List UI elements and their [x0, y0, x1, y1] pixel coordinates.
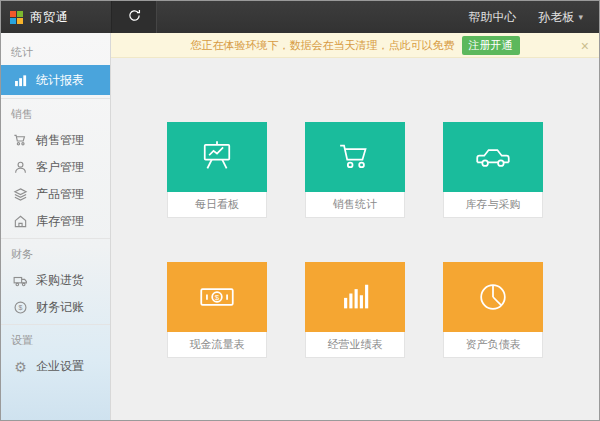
sidebar-item-customer-management[interactable]: 客户管理: [1, 154, 110, 181]
sidebar-item-label: 销售管理: [36, 132, 84, 149]
tile-daily-board[interactable]: 每日看板: [167, 122, 267, 218]
tile-face: [443, 262, 543, 332]
tile-cash-flow[interactable]: $ 现金流量表: [167, 262, 267, 358]
sidebar-section-stats: 统计 统计报表: [1, 37, 110, 95]
tile-row-finance: $ 现金流量表: [167, 262, 543, 358]
chevron-down-icon: ▾: [578, 12, 583, 22]
sidebar-section-settings: 设置 ⚙ 企业设置: [1, 324, 110, 380]
refresh-icon: [127, 8, 142, 27]
app-brand: 商贸通: [1, 1, 111, 33]
tile-label: 现金流量表: [167, 332, 267, 358]
sidebar-item-product-management[interactable]: 产品管理: [1, 181, 110, 208]
pie-chart-icon: [472, 276, 514, 318]
topbar: 商贸通 帮助中心 孙老板 ▾: [1, 1, 599, 33]
sidebar-item-stats-report[interactable]: 统计报表: [1, 65, 110, 95]
gear-icon: ⚙: [13, 359, 28, 374]
tile-inventory-purchasing[interactable]: 库存与采购: [443, 122, 543, 218]
user-name: 孙老板: [538, 9, 574, 26]
sidebar-section-header: 财务: [1, 239, 110, 267]
close-icon[interactable]: ×: [581, 33, 589, 58]
trial-banner: 您正在体验环境下，数据会在当天清理，点此可以免费 注册开通 ×: [111, 33, 599, 58]
tile-balance-sheet[interactable]: 资产负债表: [443, 262, 543, 358]
window-body: 统计 统计报表 销售: [1, 33, 599, 420]
dollar-icon: $: [13, 300, 28, 315]
sidebar-section-header: 设置: [1, 325, 110, 353]
tile-face: $: [167, 262, 267, 332]
tile-face: [305, 262, 405, 332]
refresh-button[interactable]: [111, 1, 157, 33]
sidebar-item-label: 财务记账: [36, 299, 84, 316]
sidebar-section-sales: 销售 销售管理: [1, 98, 110, 235]
tile-label: 库存与采购: [443, 192, 543, 218]
help-center-link[interactable]: 帮助中心: [468, 9, 516, 26]
warehouse-icon: [13, 214, 28, 229]
truck-icon: [13, 273, 28, 288]
sidebar-item-label: 统计报表: [36, 72, 84, 89]
tile-face: [167, 122, 267, 192]
main-content: 您正在体验环境下，数据会在当天清理，点此可以免费 注册开通 ×: [111, 33, 599, 420]
tile-row-reports: 每日看板 销售统计: [167, 122, 543, 218]
sidebar-section-header: 统计: [1, 37, 110, 65]
bar-chart-icon: [334, 276, 376, 318]
tile-performance[interactable]: 经营业绩表: [305, 262, 405, 358]
user-menu[interactable]: 孙老板 ▾: [538, 9, 583, 26]
app-window: 商贸通 帮助中心 孙老板 ▾ 统计: [0, 0, 600, 421]
tile-face: [305, 122, 405, 192]
tile-label: 销售统计: [305, 192, 405, 218]
sidebar-section-finance: 财务 采购进货: [1, 238, 110, 321]
svg-text:$: $: [215, 293, 220, 302]
tile-grid: 每日看板 销售统计: [111, 58, 599, 420]
tile-face: [443, 122, 543, 192]
svg-text:$: $: [19, 304, 23, 311]
user-icon: [13, 160, 28, 175]
app-logo-icon: [10, 11, 23, 24]
car-icon: [472, 136, 514, 178]
sidebar-section-header: 销售: [1, 99, 110, 127]
sidebar-item-label: 库存管理: [36, 213, 84, 230]
sidebar-item-company-settings[interactable]: ⚙ 企业设置: [1, 353, 110, 380]
sidebar-item-inventory-management[interactable]: 库存管理: [1, 208, 110, 235]
bar-chart-icon: [13, 73, 28, 88]
sidebar-item-finance-accounting[interactable]: $ 财务记账: [1, 294, 110, 321]
tile-label: 资产负债表: [443, 332, 543, 358]
sidebar-item-label: 产品管理: [36, 186, 84, 203]
presentation-board-icon: [196, 136, 238, 178]
sidebar-item-label: 客户管理: [36, 159, 84, 176]
banknote-icon: $: [196, 276, 238, 318]
layers-icon: [13, 187, 28, 202]
sidebar-item-label: 采购进货: [36, 272, 84, 289]
register-button[interactable]: 注册开通: [462, 36, 520, 55]
cart-icon: [13, 133, 28, 148]
tile-label: 经营业绩表: [305, 332, 405, 358]
shopping-cart-icon: [334, 136, 376, 178]
sidebar-item-purchasing[interactable]: 采购进货: [1, 267, 110, 294]
tile-label: 每日看板: [167, 192, 267, 218]
sidebar-item-label: 企业设置: [36, 358, 84, 375]
tile-sales-stats[interactable]: 销售统计: [305, 122, 405, 218]
sidebar-item-sales-management[interactable]: 销售管理: [1, 127, 110, 154]
app-title: 商贸通: [30, 9, 69, 26]
topbar-right: 帮助中心 孙老板 ▾: [468, 9, 599, 26]
sidebar: 统计 统计报表 销售: [1, 33, 111, 420]
trial-banner-text: 您正在体验环境下，数据会在当天清理，点此可以免费: [191, 38, 455, 53]
